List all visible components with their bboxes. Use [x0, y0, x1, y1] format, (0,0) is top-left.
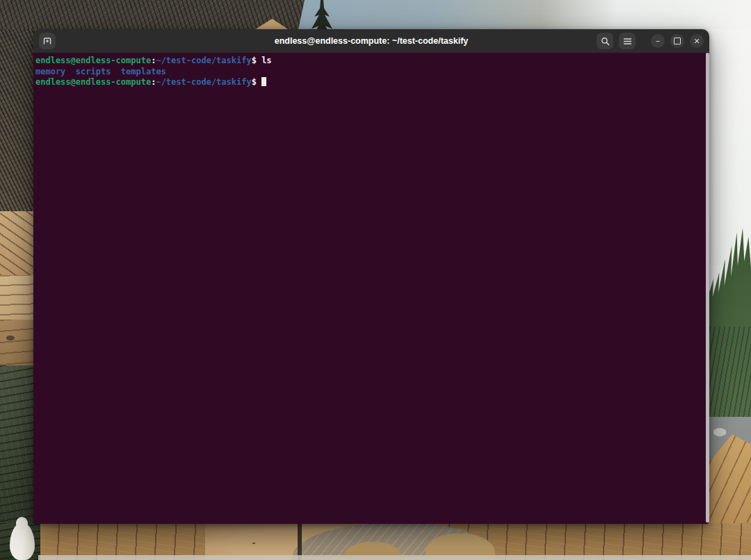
prompt-user-host: endless@endless-compute: [35, 56, 151, 65]
terminal-line-active-prompt: endless@endless-compute:~/test-code/task…: [35, 77, 704, 88]
wallpaper-left-planks: [0, 275, 34, 320]
directory-name: templates: [121, 67, 166, 76]
titlebar[interactable]: endless@endless-compute: ~/test-code/tas…: [33, 29, 709, 53]
wallpaper-left-twigs: [0, 29, 34, 211]
search-icon: [601, 37, 610, 46]
wallpaper-right-sky: [709, 29, 751, 265]
minimize-icon: −: [656, 38, 660, 45]
menu-button[interactable]: [619, 33, 636, 49]
terminal-screen[interactable]: endless@endless-compute:~/test-code/task…: [33, 53, 709, 524]
terminal-line-prompt-command: endless@endless-compute:~/test-code/task…: [35, 56, 704, 67]
terminal-line-ls-output: memoryscriptstemplates: [35, 67, 704, 78]
directory-name: scripts: [76, 67, 111, 76]
prompt-path: ~/test-code/taskify: [156, 56, 251, 65]
terminal-scrollbar[interactable]: [706, 53, 709, 522]
titlebar-controls: − ✕: [597, 29, 704, 53]
wallpaper-bottom-ledge: [38, 555, 751, 560]
prompt-symbol: $: [252, 56, 257, 65]
minimize-button[interactable]: −: [651, 34, 665, 48]
prompt-symbol: $: [252, 77, 257, 87]
new-tab-icon: [42, 36, 52, 46]
wallpaper-right-forest: [709, 327, 751, 431]
prompt-user-host: endless@endless-compute: [35, 77, 151, 87]
desktop: endless@endless-compute: ~/test-code/tas…: [0, 0, 751, 560]
maximize-icon: [674, 38, 681, 44]
typed-command: ls: [261, 56, 271, 65]
wallpaper-left-shingles: [0, 211, 34, 275]
hamburger-menu-icon: [623, 38, 632, 45]
maximize-button[interactable]: [670, 34, 684, 48]
directory-name: memory: [35, 67, 65, 76]
new-tab-button[interactable]: [39, 33, 56, 49]
close-button[interactable]: ✕: [690, 34, 704, 48]
close-icon: ✕: [693, 38, 700, 45]
search-button[interactable]: [597, 33, 613, 49]
terminal-cursor: [261, 77, 266, 86]
wallpaper-left-beam: [0, 320, 34, 365]
terminal-window: endless@endless-compute: ~/test-code/tas…: [33, 29, 709, 524]
prompt-path: ~/test-code/taskify: [156, 77, 251, 87]
